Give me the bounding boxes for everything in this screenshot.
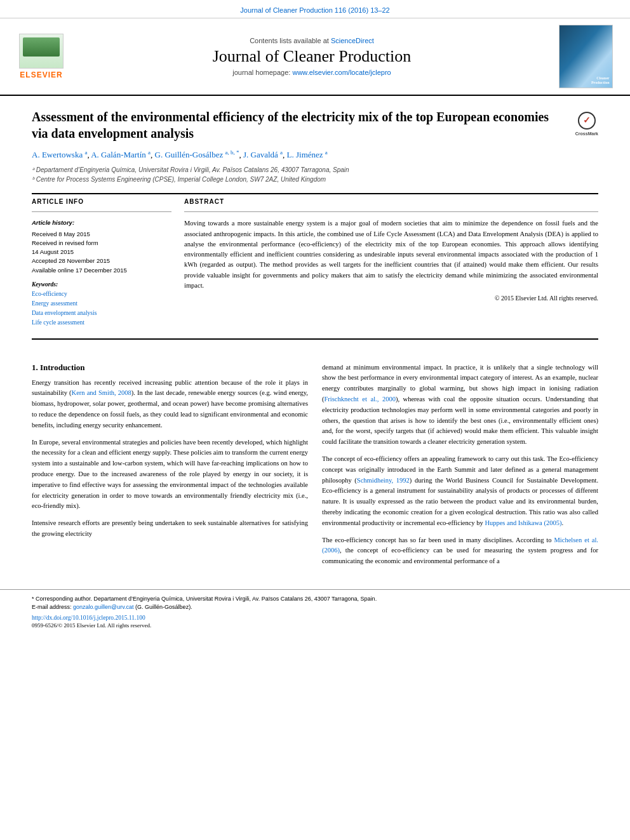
affil-a: ᵃ Departament d’Enginyeria Química, Univ… (32, 166, 349, 173)
ref-huppes[interactable]: Huppes and Ishikawa (2005) (485, 519, 561, 526)
intro-para-2: In Europe, several environmental strateg… (32, 437, 308, 512)
author-galan[interactable]: A. Galán-Martín (91, 150, 146, 159)
intro-para-5: The concept of eco-efficiency offers an … (322, 454, 598, 529)
journal-header: ELSEVIER Contents lists available at Sci… (0, 18, 630, 96)
email-link[interactable]: gonzalo.guillen@urv.cat (73, 604, 134, 610)
journal-cover-image: Cleaner Production (554, 25, 617, 88)
author-sup-a4: a (325, 149, 328, 156)
cover-text: Cleaner Production (591, 76, 610, 85)
accepted-date: Accepted 28 November 2015 (32, 257, 171, 265)
author-sup-a1: a (84, 149, 87, 156)
author-jimenez[interactable]: L. Jiménez (287, 150, 323, 159)
journal-center: Contents lists available at ScienceDirec… (76, 37, 547, 76)
keyword-4[interactable]: Life cycle assessment (32, 318, 171, 328)
divider-top (32, 193, 598, 194)
abstract-column: ABSTRACT Moving towards a more sustainab… (184, 198, 598, 328)
doi-link[interactable]: http://dx.doi.org/10.1016/j.jclepro.2015… (32, 615, 598, 621)
article-info-column: ARTICLE INFO Article history: Received 8… (32, 198, 171, 328)
abstract-text: Moving towards a more sustainable energy… (184, 218, 598, 291)
intro-para-4: demand at minimum environmental impact. … (322, 363, 598, 448)
journal-citation: Journal of Cleaner Production 116 (2016)… (240, 6, 389, 14)
homepage-prefix: journal homepage: (232, 69, 292, 76)
elsevier-logo: ELSEVIER (13, 34, 70, 79)
author-sup-ab: a, b, * (225, 149, 239, 156)
keyword-1[interactable]: Eco-efficiency (32, 290, 171, 299)
top-bar: Journal of Cleaner Production 116 (2016)… (0, 0, 630, 18)
body-col-left: 1. Introduction Energy transition has re… (32, 363, 308, 573)
abstract-copyright: © 2015 Elsevier Ltd. All rights reserved… (184, 295, 598, 302)
divider-bottom (32, 338, 598, 340)
ref-frischknecht[interactable]: Frischknecht et al., 2000 (325, 396, 396, 403)
elsevier-wordmark: ELSEVIER (20, 70, 62, 79)
crossmark-icon: ✓ (578, 112, 596, 130)
contents-available-line: Contents lists available at ScienceDirec… (76, 37, 547, 44)
author-sup-a3: a (280, 149, 283, 156)
body-col-right: demand at minimum environmental impact. … (322, 363, 598, 573)
available-date: Available online 17 December 2015 (32, 266, 171, 275)
issn-line: 0959-6526/© 2015 Elsevier Ltd. All right… (32, 622, 598, 629)
revised-label: Received in revised form (32, 239, 171, 248)
article-title: Assessment of the environmental efficien… (32, 109, 566, 142)
article-title-row: Assessment of the environmental efficien… (32, 109, 598, 142)
homepage-line: journal homepage: www.elsevier.com/locat… (76, 69, 547, 76)
sciencedirect-link[interactable]: ScienceDirect (331, 37, 374, 44)
contents-prefix: Contents lists available at (250, 37, 331, 44)
article-info-header: ARTICLE INFO (32, 198, 171, 205)
footnote-area: * Corresponding author. Departament d’En… (0, 589, 630, 631)
divider-info (32, 211, 171, 212)
keywords-section: Keywords: Eco-efficiency Energy assessme… (32, 281, 171, 328)
article-area: Assessment of the environmental efficien… (0, 96, 630, 356)
author-ewertowska[interactable]: A. Ewertowska (32, 150, 83, 159)
journal-title: Journal of Cleaner Production (76, 47, 547, 66)
keywords-header: Keywords: (32, 281, 171, 288)
keyword-3[interactable]: Data envelopment analysis (32, 309, 171, 318)
intro-para-6: The eco-efficiency concept has so far be… (322, 535, 598, 567)
info-abstract-section: ARTICLE INFO Article history: Received 8… (32, 198, 598, 328)
abstract-header: ABSTRACT (184, 198, 598, 205)
affil-b: ᵇ Centre for Process Systems Engineering… (32, 176, 326, 183)
author-gavalda[interactable]: J. Gavaldá (243, 150, 278, 159)
affiliations: ᵃ Departament d’Enginyeria Química, Univ… (32, 165, 598, 184)
section-1-title: 1. Introduction (32, 363, 308, 373)
divider-abstract (184, 211, 598, 212)
cover-thumbnail: Cleaner Production (559, 25, 613, 88)
intro-para-1: Energy transition has recently received … (32, 378, 308, 431)
received-date: Received 8 May 2015 (32, 230, 171, 239)
cover-line-1: Cleaner (591, 76, 610, 81)
author-sup-a2: a (148, 149, 151, 156)
body-two-col: 1. Introduction Energy transition has re… (32, 363, 598, 573)
authors-line: A. Ewertowska a, A. Galán-Martín a, G. G… (32, 149, 598, 160)
elsevier-logo-image (19, 34, 64, 69)
crossmark-widget[interactable]: ✓ CrossMark (575, 112, 598, 137)
body-area: 1. Introduction Energy transition has re… (0, 356, 630, 586)
ref-michelsen[interactable]: Michelsen et al. (2006) (322, 537, 598, 554)
intro-para-3: Intensive research efforts are presently… (32, 518, 308, 540)
email-suffix: (G. Guillén-Gosálbez). (135, 604, 192, 610)
keywords-list: Eco-efficiency Energy assessment Data en… (32, 290, 171, 328)
article-info-content: Article history: Received 8 May 2015 Rec… (32, 218, 171, 275)
cover-line-2: Production (591, 81, 610, 85)
ref-schmidheiny[interactable]: Schmidheiny, 1992 (357, 477, 410, 484)
ref-kern-smith[interactable]: Kern and Smith, 2008 (72, 389, 131, 396)
corresponding-author-note: * Corresponding author. Departament d’En… (32, 595, 598, 612)
history-label: Article history: (32, 218, 171, 227)
homepage-url[interactable]: www.elsevier.com/locate/jclepro (292, 69, 391, 76)
keyword-2[interactable]: Energy assessment (32, 299, 171, 309)
author-guillen[interactable]: G. Guillén-Gosálbez (155, 150, 224, 159)
email-label: E-mail address: (32, 604, 72, 610)
crossmark-label: CrossMark (575, 131, 598, 137)
corresponding-label: * Corresponding author. Departament d’En… (32, 596, 377, 602)
revised-date: 14 August 2015 (32, 248, 171, 257)
